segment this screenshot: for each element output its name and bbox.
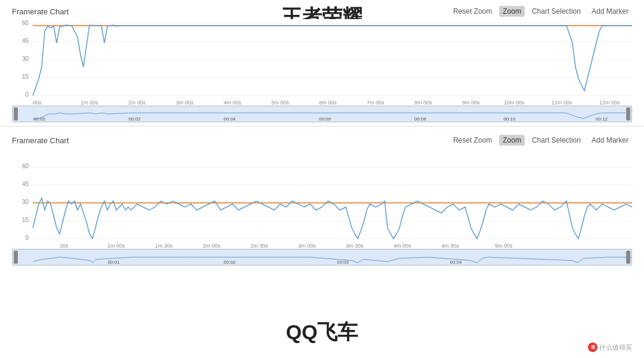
- svg-text:00:12: 00:12: [596, 116, 608, 122]
- chart-area-1: 60 45 30 15 0 00s 1m 00s 2m 00s 3m 00s 4…: [12, 19, 632, 106]
- svg-text:60: 60: [22, 163, 29, 169]
- svg-text:00:08: 00:08: [414, 116, 426, 122]
- add-marker-btn-2[interactable]: Add Marker: [588, 135, 632, 146]
- svg-text:8m 00s: 8m 00s: [414, 100, 432, 106]
- svg-text:00:10: 00:10: [503, 116, 515, 122]
- game-title-2: QQ飞车: [286, 320, 358, 343]
- svg-text:9m 00s: 9m 00s: [462, 100, 480, 106]
- svg-text:10m 00s: 10m 00s: [504, 100, 525, 106]
- minimap-2: 00:01 00:02 00:03 00:04: [12, 249, 632, 266]
- svg-text:00:01: 00:01: [108, 260, 120, 265]
- chart-header-2: Framerate Chart QQ飞车 Reset Zoom Zoom Cha…: [12, 135, 632, 146]
- minimap-svg-2: 00:01 00:02 00:03 00:04: [13, 249, 631, 265]
- svg-text:6m 00s: 6m 00s: [319, 100, 337, 106]
- chart-title-1: Framerate Chart: [12, 7, 69, 16]
- svg-text:11m 00s: 11m 00s: [552, 100, 572, 106]
- svg-text:15: 15: [22, 73, 29, 80]
- chart-selection-btn-1[interactable]: Chart Selection: [528, 6, 584, 17]
- svg-text:2m 30s: 2m 30s: [250, 243, 268, 249]
- chart-svg-2: 60 45 30 15 0 30s 1m 00s 1m 30s 2m 00s 2…: [12, 162, 632, 249]
- svg-text:1m 00s: 1m 00s: [107, 243, 125, 249]
- svg-text:45: 45: [22, 181, 29, 187]
- zoom-btn-2[interactable]: Zoom: [499, 135, 525, 146]
- svg-text:2m 00s: 2m 00s: [203, 243, 221, 249]
- chart-svg-1: 60 45 30 15 0 00s 1m 00s 2m 00s 3m 00s 4…: [12, 19, 632, 106]
- svg-text:5m 00s: 5m 00s: [495, 243, 513, 249]
- svg-text:5m 00s: 5m 00s: [271, 100, 289, 106]
- svg-text:3m 30s: 3m 30s: [346, 243, 364, 249]
- svg-text:0: 0: [25, 91, 29, 98]
- zoom-btn-1[interactable]: Zoom: [499, 6, 525, 17]
- chart-section-1: Framerate Chart 王者荣耀 Reset Zoom Zoom Cha…: [0, 0, 644, 122]
- svg-text:00:02: 00:02: [224, 260, 236, 265]
- reset-zoom-btn-1[interactable]: Reset Zoom: [450, 6, 496, 17]
- svg-text:00:04: 00:04: [450, 260, 463, 265]
- svg-text:15: 15: [22, 217, 29, 223]
- toolbar-2: Reset Zoom Zoom Chart Selection Add Mark…: [450, 135, 632, 146]
- svg-text:45: 45: [22, 38, 29, 44]
- svg-text:3m 00s: 3m 00s: [298, 243, 316, 249]
- add-marker-btn-1[interactable]: Add Marker: [588, 6, 632, 17]
- chart-title-2: Framerate Chart: [12, 136, 69, 145]
- watermark: 值 什么值得买: [588, 342, 632, 352]
- svg-text:4m 00s: 4m 00s: [394, 243, 411, 249]
- svg-text:00s: 00s: [33, 100, 42, 106]
- reset-zoom-btn-2[interactable]: Reset Zoom: [450, 135, 496, 146]
- svg-text:60: 60: [22, 20, 29, 26]
- svg-text:30s: 30s: [60, 243, 69, 249]
- svg-text:30: 30: [22, 199, 29, 205]
- svg-text:00:06: 00:06: [319, 116, 331, 122]
- svg-text:3m 00s: 3m 00s: [176, 100, 194, 106]
- svg-text:00:04: 00:04: [224, 116, 236, 122]
- svg-text:12m 00s: 12m 00s: [599, 100, 620, 106]
- svg-text:0: 0: [25, 234, 29, 241]
- chart-area-2: 60 45 30 15 0 30s 1m 00s 1m 30s 2m 00s 2…: [12, 162, 632, 249]
- svg-text:00:03: 00:03: [337, 260, 349, 265]
- chart-selection-btn-2[interactable]: Chart Selection: [528, 135, 584, 146]
- svg-text:30: 30: [22, 55, 29, 62]
- toolbar-1: Reset Zoom Zoom Chart Selection Add Mark…: [450, 6, 632, 17]
- svg-text:7m 00s: 7m 00s: [367, 100, 385, 106]
- svg-text:2m 00s: 2m 00s: [128, 100, 146, 106]
- watermark-icon: 值: [588, 342, 597, 352]
- svg-text:4m 30s: 4m 30s: [441, 243, 459, 249]
- svg-text:00:02: 00:02: [129, 116, 141, 122]
- chart-header-1: Framerate Chart 王者荣耀 Reset Zoom Zoom Cha…: [12, 6, 632, 17]
- watermark-text: 什么值得买: [599, 343, 632, 352]
- svg-text:1m 00s: 1m 00s: [80, 100, 98, 106]
- svg-text:1m 30s: 1m 30s: [155, 243, 173, 249]
- chart-section-2: Framerate Chart QQ飞车 Reset Zoom Zoom Cha…: [0, 130, 644, 266]
- minimap-svg-1: 00:00 00:02 00:04 00:06 00:08 00:10 00:1…: [13, 106, 631, 122]
- svg-text:00:00: 00:00: [33, 116, 45, 122]
- minimap-1: 00:00 00:02 00:04 00:06 00:08 00:10 00:1…: [12, 106, 632, 122]
- svg-text:4m 00s: 4m 00s: [224, 100, 242, 106]
